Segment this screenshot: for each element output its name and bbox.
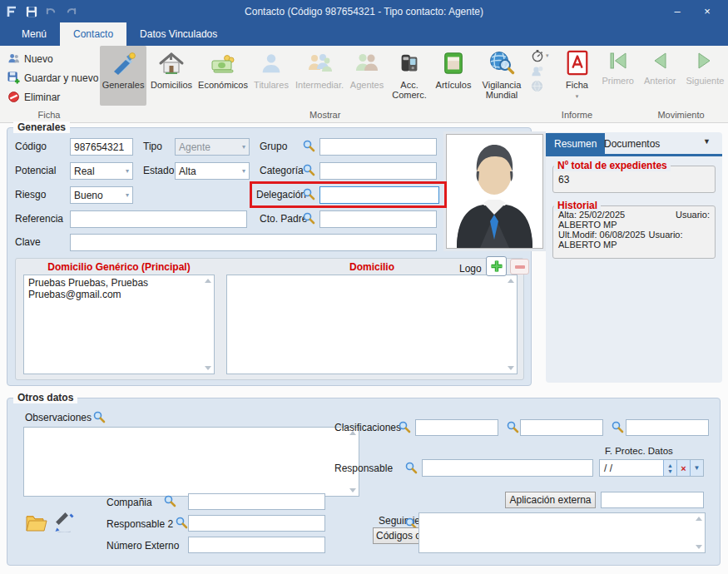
domicilio-textarea[interactable] bbox=[227, 275, 517, 374]
delegacion-label: Delegación bbox=[256, 189, 306, 200]
responsable-search-icon[interactable] bbox=[405, 462, 418, 474]
generales-title: Generales bbox=[13, 121, 70, 133]
redo-icon[interactable] bbox=[65, 6, 77, 17]
mostrar-mini-buttons: ▾ bbox=[527, 46, 552, 96]
delegacion-input[interactable] bbox=[319, 186, 439, 204]
logo-add-button[interactable] bbox=[486, 256, 507, 276]
economicos-button[interactable]: Económicos bbox=[196, 46, 250, 106]
titulares-icon bbox=[259, 49, 284, 77]
scroll-up-arrow[interactable] bbox=[508, 279, 514, 283]
clasificacion2-input[interactable] bbox=[520, 419, 603, 436]
categoria-input[interactable] bbox=[319, 162, 437, 180]
contact-photo bbox=[446, 134, 543, 249]
clasificacion3-input[interactable] bbox=[626, 419, 709, 436]
vigilancia-mundial-button[interactable]: Vigilancia Mundial bbox=[476, 46, 527, 106]
articulos-button[interactable]: Artículos bbox=[431, 46, 476, 106]
clasificacion3-search-icon[interactable] bbox=[612, 421, 624, 433]
scroll-down-arrow[interactable] bbox=[696, 545, 702, 549]
tab-menu[interactable]: Menú bbox=[8, 22, 60, 46]
scroll-down-arrow[interactable] bbox=[508, 366, 514, 370]
riesgo-select[interactable]: Bueno▾ bbox=[70, 186, 133, 204]
ficha-informe-button[interactable]: Ficha ▾ bbox=[552, 46, 602, 106]
estado-select[interactable]: Alta▾ bbox=[175, 162, 250, 180]
ficha-dropdown-caret[interactable]: ▾ bbox=[576, 92, 579, 101]
ribbon-group-movimiento: Primero Anterior Siguiente Último Movimi… bbox=[602, 46, 728, 122]
mostrar-group-label: Mostrar bbox=[98, 110, 552, 122]
observaciones-textarea[interactable] bbox=[24, 428, 359, 496]
person-chat-icon[interactable] bbox=[531, 65, 543, 77]
grupo-input[interactable] bbox=[319, 138, 437, 156]
responsable-input[interactable] bbox=[422, 459, 593, 477]
folder-icon[interactable] bbox=[25, 512, 48, 532]
agentes-button[interactable]: Agentes bbox=[346, 46, 388, 106]
generales-button[interactable]: Generales bbox=[100, 46, 146, 106]
minus-icon bbox=[515, 265, 525, 269]
quick-access-toolbar bbox=[0, 6, 100, 17]
observaciones-label: Observaciones bbox=[25, 412, 92, 423]
titulares-button[interactable]: Titulares bbox=[250, 46, 293, 106]
cto-padre-search-icon[interactable] bbox=[303, 212, 315, 225]
numero-externo-input[interactable] bbox=[188, 537, 325, 553]
clasificacion1-input[interactable] bbox=[415, 419, 498, 436]
domicilio-generico-textarea[interactable]: Pruebas Pruebas, Pruebas Pruebas@gmail.c… bbox=[24, 275, 214, 374]
date-clear-button[interactable]: × bbox=[676, 460, 690, 476]
intermediar-button[interactable]: Intermediar. bbox=[293, 46, 346, 106]
expedientes-title: Nº total de expedientes bbox=[554, 160, 671, 171]
minimize-button[interactable]: – bbox=[665, 2, 690, 21]
undo-icon[interactable] bbox=[45, 6, 57, 17]
grupo-search-icon[interactable] bbox=[303, 140, 315, 152]
potencial-select[interactable]: Real▾ bbox=[70, 162, 133, 180]
aplicacion-externa-input[interactable] bbox=[601, 492, 704, 508]
fprotec-date-value[interactable]: / / bbox=[600, 460, 663, 476]
domicilios-button[interactable]: Domicilios bbox=[146, 46, 196, 106]
titulares-label: Titulares bbox=[254, 80, 289, 90]
scroll-down-arrow[interactable] bbox=[349, 488, 356, 492]
close-button[interactable]: × bbox=[695, 2, 720, 21]
delegacion-search-icon[interactable] bbox=[303, 188, 315, 200]
tab-contacto[interactable]: Contacto bbox=[60, 22, 126, 46]
tab-documentos[interactable]: Documentos bbox=[596, 133, 668, 154]
scroll-up-arrow[interactable] bbox=[205, 279, 211, 283]
clave-input[interactable] bbox=[70, 234, 437, 251]
logo-remove-button[interactable] bbox=[510, 259, 529, 275]
nuevo-button[interactable]: Nuevo bbox=[4, 50, 57, 68]
new-contact-icon bbox=[7, 52, 20, 65]
clasificacion2-search-icon[interactable] bbox=[507, 421, 519, 433]
save-icon[interactable] bbox=[26, 6, 37, 17]
pencil-icon[interactable] bbox=[53, 512, 75, 532]
responsable2-input[interactable] bbox=[188, 515, 325, 532]
seguimiento-textarea[interactable] bbox=[419, 513, 705, 552]
siguiente-button[interactable]: Siguiente bbox=[681, 46, 728, 86]
tipo-select[interactable]: Agente▾ bbox=[175, 138, 250, 156]
globe-small-icon[interactable] bbox=[531, 80, 543, 92]
responsable2-search-icon[interactable] bbox=[176, 517, 188, 529]
panel-dropdown-caret[interactable]: ▼ bbox=[703, 137, 711, 146]
cto-padre-input[interactable] bbox=[319, 210, 437, 228]
observaciones-field bbox=[23, 427, 359, 497]
scroll-up-arrow[interactable] bbox=[696, 517, 702, 521]
referencia-input[interactable] bbox=[70, 210, 247, 228]
scroll-down-arrow[interactable] bbox=[205, 366, 211, 370]
compania-search-icon[interactable] bbox=[164, 495, 176, 507]
estado-value: Alta bbox=[179, 166, 196, 177]
guardar-y-nuevo-button[interactable]: Guardar y nuevo bbox=[4, 69, 102, 87]
categoria-search-icon[interactable] bbox=[303, 164, 315, 176]
referencia-label: Referencia bbox=[15, 213, 63, 225]
acc-comerc-button[interactable]: Acc. Comerc. bbox=[388, 46, 431, 106]
clasificacion1-search-icon[interactable] bbox=[399, 421, 411, 433]
generales-icon bbox=[110, 49, 136, 77]
date-dropdown-button[interactable]: ▼ bbox=[690, 460, 703, 476]
timer-button[interactable]: ▾ bbox=[531, 49, 549, 62]
codigo-label: Código bbox=[15, 141, 47, 152]
aplicacion-externa-button[interactable]: Aplicación externa bbox=[505, 492, 596, 508]
primero-button[interactable]: Primero bbox=[597, 46, 639, 86]
eliminar-button[interactable]: Eliminar bbox=[4, 88, 63, 106]
timer-dropdown-caret[interactable]: ▾ bbox=[546, 52, 549, 59]
anterior-button[interactable]: Anterior bbox=[639, 46, 681, 86]
date-spinner[interactable]: ▲▼ bbox=[663, 460, 676, 476]
observaciones-search-icon[interactable] bbox=[93, 411, 106, 423]
compania-input[interactable] bbox=[188, 493, 325, 510]
codigo-input[interactable] bbox=[70, 138, 133, 156]
movimiento-group-label: Movimiento bbox=[602, 110, 728, 122]
tab-datos-vinculados[interactable]: Datos Vinculados bbox=[126, 22, 230, 46]
